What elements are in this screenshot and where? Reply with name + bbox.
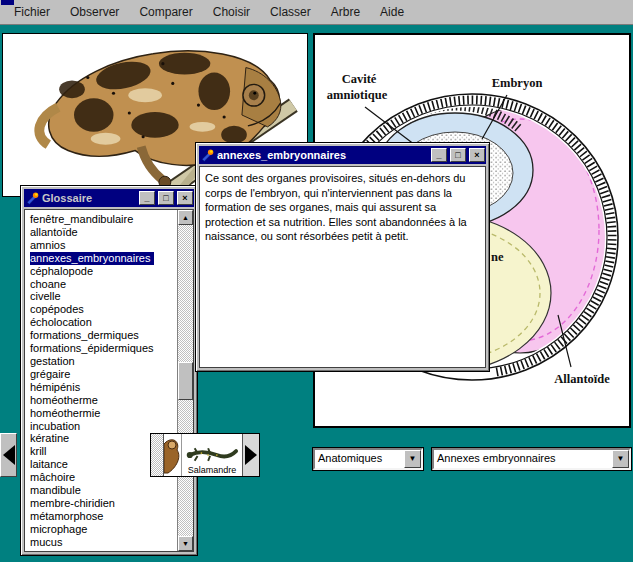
glossary-term[interactable]: homéotherme — [30, 394, 98, 407]
category-select-value: Anatomiques — [315, 450, 404, 468]
glossary-term-list: fenêtre_mandibulaireallantoïdeamniosanne… — [25, 210, 177, 551]
close-button[interactable]: × — [469, 148, 485, 162]
glossary-title: Glossaire — [42, 192, 136, 204]
scrollbar-thumb[interactable] — [178, 362, 193, 400]
glossary-titlebar[interactable]: Glossaire _ □ × — [24, 189, 194, 207]
menu-item[interactable]: Choisir — [203, 2, 260, 23]
glossary-term[interactable]: membre-chiridien — [30, 497, 115, 510]
term-select[interactable]: Annexes embryonnaires ▼ — [432, 448, 631, 470]
glossary-term[interactable]: hémipénis — [30, 381, 80, 394]
glossary-term[interactable]: kératine — [30, 432, 69, 445]
glossary-term[interactable]: krill — [30, 445, 47, 458]
torch-icon — [201, 149, 214, 162]
category-select[interactable]: Anatomiques ▼ — [313, 448, 423, 470]
scroll-up-icon[interactable]: ▲ — [178, 210, 193, 225]
minimize-button[interactable]: _ — [139, 191, 155, 205]
menu-item[interactable]: Arbre — [321, 2, 370, 23]
glossary-term[interactable]: omnivore — [30, 549, 75, 551]
species-thumbnail-salamandre[interactable]: Salamandre — [182, 434, 242, 476]
glossary-term[interactable]: microphage — [30, 523, 87, 536]
glossary-term[interactable]: choane — [30, 278, 66, 291]
glossary-window: Glossaire _ □ × fenêtre_mandibulairealla… — [20, 185, 198, 556]
menu-item[interactable]: Aide — [370, 2, 414, 23]
glossary-body: fenêtre_mandibulaireallantoïdeamniosanne… — [24, 209, 194, 552]
close-button[interactable]: × — [177, 191, 193, 205]
glossary-term[interactable]: copépodes — [30, 303, 84, 316]
glossary-term[interactable]: homéothermie — [30, 407, 100, 420]
chevron-down-icon[interactable]: ▼ — [404, 450, 421, 468]
previous-species-button[interactable] — [0, 433, 17, 477]
glossary-term[interactable]: allantoïde — [30, 226, 78, 239]
menu-item[interactable]: Observer — [60, 2, 129, 23]
definition-title: annexes_embryonnaires — [217, 149, 428, 161]
glossary-scrollbar[interactable]: ▲ ▼ — [177, 210, 193, 551]
glossary-term[interactable]: gestation — [30, 355, 75, 368]
menu-item[interactable]: Classer — [260, 2, 321, 23]
label-allantoide: Allantoïde — [554, 372, 610, 386]
label-clipped-fragment: ne — [491, 250, 504, 264]
glossary-term[interactable]: grégaire — [30, 368, 70, 381]
right-triangle-icon — [245, 445, 257, 465]
definition-titlebar[interactable]: annexes_embryonnaires _ □ × — [199, 146, 486, 164]
thumbnail-label: Salamandre — [188, 465, 237, 475]
glossary-term[interactable]: métamorphose — [30, 510, 103, 523]
glossary-term[interactable]: formations_épidermiques — [30, 342, 154, 355]
glossary-term[interactable]: formations_dermiques — [30, 329, 139, 342]
glossary-term[interactable]: mandibule — [30, 484, 81, 497]
glossary-term[interactable]: civelle — [30, 290, 61, 303]
chevron-down-icon[interactable]: ▼ — [612, 450, 629, 468]
minimize-button[interactable]: _ — [431, 148, 447, 162]
species-thumbnail-partial[interactable] — [164, 434, 182, 476]
definition-text: Ce sont des organes provisoires, situés … — [199, 166, 486, 368]
partial-animal-image — [164, 434, 182, 476]
glossary-term[interactable]: annexes_embryonnaires — [30, 252, 154, 265]
term-select-value: Annexes embryonnaires — [434, 450, 612, 468]
app-window: FichierObserverComparerChoisirClasserArb… — [0, 0, 633, 562]
maximize-button[interactable]: □ — [158, 191, 174, 205]
window-title-fragment — [1, 0, 14, 5]
glossary-term[interactable]: laitance — [30, 458, 68, 471]
torch-icon — [26, 192, 39, 205]
maximize-button[interactable]: □ — [450, 148, 466, 162]
species-strip: Salamandre — [150, 433, 260, 477]
glossary-term[interactable]: céphalopode — [30, 265, 93, 278]
glossary-term[interactable]: mâchoire — [30, 471, 75, 484]
left-triangle-icon — [3, 445, 15, 465]
menu-item[interactable]: Comparer — [129, 2, 202, 23]
strip-scrollbar[interactable] — [151, 434, 164, 476]
label-cavite-amniotique: Cavité — [342, 72, 377, 86]
scrollbar-track[interactable] — [178, 225, 193, 536]
label-cavite-amniotique-2: amniotique — [327, 88, 388, 102]
glossary-term[interactable]: incubation — [30, 420, 80, 433]
scroll-down-icon[interactable]: ▼ — [178, 536, 193, 551]
menu-bar: FichierObserverComparerChoisirClasserArb… — [0, 0, 633, 25]
glossary-term[interactable]: mucus — [30, 536, 62, 549]
glossary-term[interactable]: amnios — [30, 239, 65, 252]
salamander-image — [185, 445, 239, 465]
label-embryon: Embryon — [492, 76, 543, 90]
glossary-term[interactable]: écholocation — [30, 316, 92, 329]
next-species-button[interactable] — [242, 434, 259, 476]
glossary-term[interactable]: fenêtre_mandibulaire — [30, 213, 133, 226]
definition-window: annexes_embryonnaires _ □ × Ce sont des … — [195, 142, 490, 372]
